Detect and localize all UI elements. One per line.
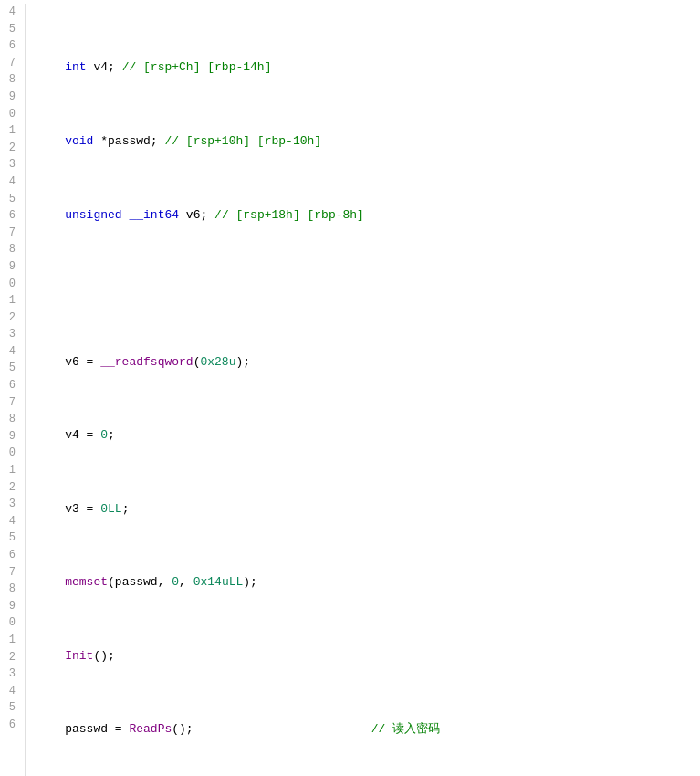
ln-9: 9	[0, 89, 19, 106]
ln-24: 4	[0, 343, 19, 361]
ln-8: 8	[0, 71, 19, 89]
ln-15: 5	[0, 191, 19, 208]
ln-14: 4	[0, 173, 19, 191]
ln-42: 2	[0, 649, 19, 666]
code-line-8: v6 = __readfsqword(0x28u);	[37, 353, 700, 372]
ln-27: 7	[0, 394, 19, 412]
ln-41: 1	[0, 632, 19, 649]
line-numbers: 4 5 6 7 8 9 0 1 2 3 4 5 6 7 8 9 0 1 2 3 …	[0, 4, 26, 776]
ln-17: 7	[0, 225, 19, 242]
ln-38: 8	[0, 581, 19, 598]
ln-45: 5	[0, 699, 19, 717]
ln-32: 2	[0, 479, 19, 497]
ln-35: 5	[0, 530, 19, 547]
code-line-11: memset(passwd, 0, 0x14uLL);	[37, 573, 700, 592]
ln-7: 7	[0, 55, 19, 72]
ln-10: 0	[0, 106, 19, 123]
code-line-10: v3 = 0LL;	[37, 500, 700, 519]
ln-13: 3	[0, 156, 19, 173]
ln-12: 2	[0, 140, 19, 157]
ln-25: 5	[0, 360, 19, 377]
code-line-13: passwd = ReadPs(); // 读入密码	[37, 720, 700, 739]
ln-30: 0	[0, 445, 19, 462]
ln-43: 3	[0, 666, 19, 683]
code-line-9: v4 = 0;	[37, 426, 700, 445]
code-line-6: unsigned __int64 v6; // [rsp+18h] [rbp-8…	[37, 206, 700, 225]
code-line-7	[37, 279, 700, 298]
ln-29: 9	[0, 428, 19, 446]
ln-36: 6	[0, 547, 19, 564]
code-line-12: Init();	[37, 647, 700, 666]
ln-28: 8	[0, 411, 19, 428]
ln-18: 8	[0, 241, 19, 258]
ln-16: 6	[0, 207, 19, 225]
ln-37: 7	[0, 564, 19, 582]
ln-33: 3	[0, 496, 19, 513]
ln-6: 6	[0, 37, 19, 55]
ln-4: 4	[0, 4, 19, 21]
ln-40: 0	[0, 614, 19, 632]
code-line-5: void *passwd; // [rsp+10h] [rbp-10h]	[37, 132, 700, 151]
ln-46: 6	[0, 717, 19, 734]
ln-21: 1	[0, 292, 19, 309]
ln-34: 4	[0, 513, 19, 530]
ln-23: 3	[0, 326, 19, 343]
ln-31: 1	[0, 462, 19, 479]
ln-19: 9	[0, 258, 19, 276]
ln-26: 6	[0, 377, 19, 394]
ln-44: 4	[0, 683, 19, 700]
ln-39: 9	[0, 598, 19, 615]
code-line-4: int v4; // [rsp+Ch] [rbp-14h]	[37, 58, 700, 77]
ln-22: 2	[0, 309, 19, 327]
code-content[interactable]: int v4; // [rsp+Ch] [rbp-14h] void *pass…	[33, 4, 700, 776]
code-editor: 4 5 6 7 8 9 0 1 2 3 4 5 6 7 8 9 0 1 2 3 …	[0, 0, 700, 776]
ln-20: 0	[0, 276, 19, 293]
ln-5: 5	[0, 21, 19, 38]
ln-11: 1	[0, 122, 19, 140]
